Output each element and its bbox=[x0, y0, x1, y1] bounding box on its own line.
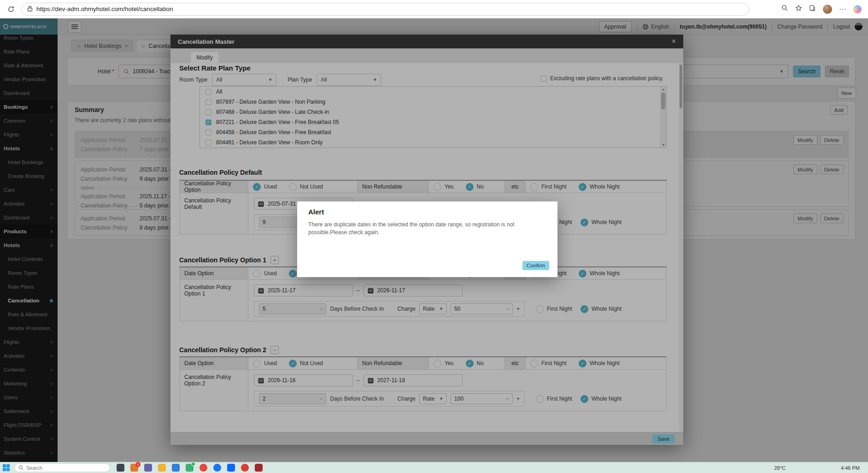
taskbar-search[interactable] bbox=[14, 463, 110, 472]
refresh-icon[interactable] bbox=[7, 6, 15, 13]
favorites-star-icon[interactable] bbox=[795, 5, 802, 13]
taskbar-app-icon[interactable] bbox=[227, 464, 235, 472]
taskbar-app-icon[interactable] bbox=[158, 464, 166, 472]
os-taskbar: 1 28°C 4:46 PM bbox=[0, 462, 868, 473]
search-magnifier-icon[interactable] bbox=[781, 5, 788, 13]
taskbar-app-icon[interactable] bbox=[255, 464, 263, 472]
url-input[interactable] bbox=[36, 6, 743, 12]
browser-actions: ⋯ bbox=[781, 5, 868, 14]
taskbar-apps: 1 bbox=[117, 464, 263, 472]
address-bar[interactable] bbox=[21, 3, 749, 16]
taskbar-app-icon[interactable] bbox=[172, 464, 180, 472]
alert-message: There are duplicate dates in the selecte… bbox=[308, 221, 550, 237]
confirm-button[interactable]: Confirm bbox=[522, 261, 549, 270]
taskbar-search-input[interactable] bbox=[26, 465, 106, 471]
taskbar-app-icon[interactable] bbox=[144, 464, 152, 472]
alert-title: Alert bbox=[308, 208, 324, 216]
copilot-icon[interactable] bbox=[853, 5, 862, 13]
clock[interactable]: 4:46 PM bbox=[841, 465, 860, 471]
screen: ⋯ OHMYHOTEL&CO Room Types Rate Plans Rat… bbox=[0, 0, 868, 473]
search-icon bbox=[18, 465, 23, 470]
taskbar-status: 28°C 4:46 PM bbox=[774, 465, 868, 471]
alert-dialog: Alert There are duplicate dates in the s… bbox=[297, 201, 557, 277]
taskbar-app-icon[interactable] bbox=[241, 464, 249, 472]
windows-start-icon[interactable] bbox=[3, 464, 10, 471]
collections-icon[interactable] bbox=[809, 5, 816, 13]
browser-toolbar: ⋯ bbox=[0, 0, 868, 18]
status-dot bbox=[191, 462, 195, 466]
taskbar-app-icon[interactable] bbox=[199, 464, 207, 472]
taskbar-app-icon[interactable] bbox=[186, 464, 194, 472]
lock-icon bbox=[27, 5, 33, 13]
taskbar-app-icon[interactable] bbox=[213, 464, 221, 472]
weather-temp[interactable]: 28°C bbox=[774, 465, 786, 471]
browser-menu-icon[interactable]: ⋯ bbox=[839, 5, 846, 13]
taskbar-app-icon[interactable] bbox=[117, 464, 124, 472]
notification-badge: 1 bbox=[135, 462, 141, 467]
taskbar-app-icon[interactable]: 1 bbox=[130, 464, 138, 472]
profile-avatar[interactable] bbox=[823, 5, 832, 14]
